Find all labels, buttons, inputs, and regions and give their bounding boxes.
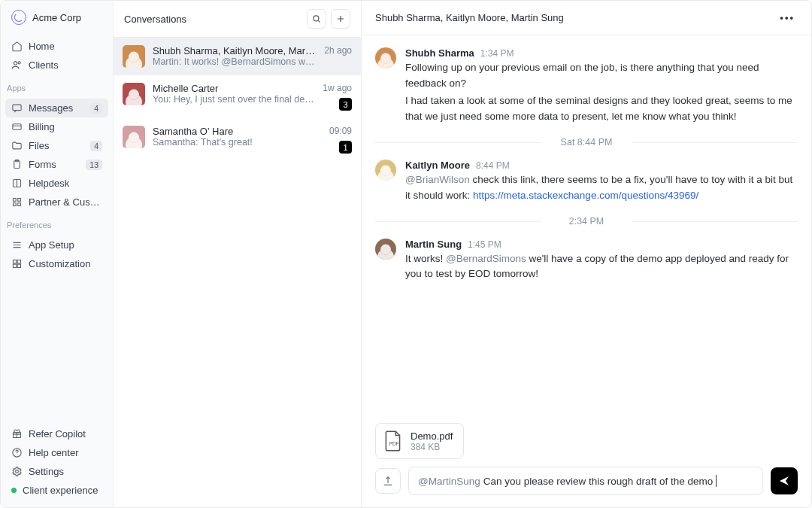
day-divider: Sat 8:44 PM xyxy=(375,137,798,148)
composer-area: PDF Demo.pdf 384 KB @MartinSung Can you … xyxy=(362,420,811,507)
conversation-list-panel: Conversations Shubh Sharma, Kaitlyn Moor… xyxy=(114,1,362,507)
sidebar-item-label: Customization xyxy=(29,258,102,269)
sidebar-item-home[interactable]: Home xyxy=(5,37,108,56)
home-icon xyxy=(11,41,23,52)
svg-rect-14 xyxy=(17,264,20,267)
upload-icon xyxy=(382,475,394,487)
sidebar-item-forms[interactable]: Forms 13 xyxy=(5,155,108,174)
sidebar-item-label: Billing xyxy=(29,121,102,132)
mention: @MartinSung xyxy=(418,476,480,487)
attachment-chip[interactable]: PDF Demo.pdf 384 KB xyxy=(375,423,464,459)
count-badge: 13 xyxy=(86,160,102,170)
conversation-list-title: Conversations xyxy=(124,14,302,25)
sidebar-item-helpdesk[interactable]: Helpdesk xyxy=(5,174,108,193)
sidebar-item-label: Helpdesk xyxy=(29,178,102,189)
avatar xyxy=(123,45,145,68)
folder-icon xyxy=(11,140,23,151)
message-text: @BrianWilson check this link, there seem… xyxy=(405,172,798,204)
unread-badge: 1 xyxy=(339,141,352,154)
mention[interactable]: @BrianWilson xyxy=(405,174,470,185)
brand-logo-icon xyxy=(11,10,26,25)
sidebar-item-messages[interactable]: Messages 4 xyxy=(5,99,108,117)
conversation-list-header: Conversations xyxy=(114,1,361,38)
conversation-preview: Samantha: That's great! xyxy=(153,137,322,148)
upload-button[interactable] xyxy=(375,468,401,494)
sidebar-item-files[interactable]: Files 4 xyxy=(5,136,108,155)
conversation-list: Shubh Sharma, Kaitlyn Moore, Marti… Mart… xyxy=(114,38,361,507)
sidebar-item-help[interactable]: Help center xyxy=(5,443,108,462)
sidebar-item-label: Client experience xyxy=(23,485,102,496)
sidebar-item-settings[interactable]: Settings xyxy=(5,462,108,481)
nav-apps: Messages 4 Billing Files 4 Forms 13 Help… xyxy=(1,96,113,214)
message-input[interactable]: @MartinSung Can you please review this r… xyxy=(408,467,763,495)
thread-more-button[interactable]: ••• xyxy=(777,9,798,26)
sidebar-item-refer[interactable]: Refer Copilot xyxy=(5,424,108,443)
conversation-time: 2h ago xyxy=(324,45,352,56)
svg-point-0 xyxy=(14,62,17,65)
text-cursor xyxy=(716,475,717,487)
conversation-name: Samantha O' Hare xyxy=(153,126,322,137)
sidebar-item-label: Help center xyxy=(29,447,102,458)
sidebar-item-app-setup[interactable]: App Setup xyxy=(5,236,108,254)
pdf-file-icon: PDF xyxy=(383,430,403,452)
message-time: 8:44 PM xyxy=(476,160,510,171)
count-badge: 4 xyxy=(90,103,102,114)
conversation-time: 1w ago xyxy=(323,83,352,93)
conversation-item[interactable]: Michelle Carter You: Hey, I just sent ov… xyxy=(114,75,361,118)
count-badge: 4 xyxy=(90,141,102,151)
sidebar-item-label: Refer Copilot xyxy=(29,428,102,440)
status-dot-icon xyxy=(11,488,17,493)
send-button[interactable] xyxy=(771,467,798,494)
chat-icon xyxy=(11,102,23,114)
message-author: Shubh Sharma xyxy=(405,47,474,59)
link[interactable]: https://meta.stackexchange.com/questions… xyxy=(473,190,698,201)
sidebar-item-billing[interactable]: Billing xyxy=(5,117,108,136)
svg-rect-3 xyxy=(13,124,21,130)
brand[interactable]: Acme Corp xyxy=(1,1,113,34)
conversation-time: 09:09 xyxy=(329,126,352,136)
conversation-preview: Martin: It works! @BernardSimons we… xyxy=(153,56,317,67)
avatar xyxy=(375,160,396,181)
search-icon xyxy=(311,14,322,24)
sidebar-item-partner-apps[interactable]: Partner & Custom Apps xyxy=(5,193,108,211)
plus-icon xyxy=(335,14,346,24)
svg-rect-8 xyxy=(18,199,21,202)
conversation-item[interactable]: Samantha O' Hare Samantha: That's great!… xyxy=(114,118,361,161)
conversation-name: Michelle Carter xyxy=(153,83,315,94)
gift-icon xyxy=(11,428,23,440)
squares-icon xyxy=(11,258,23,269)
brand-name: Acme Corp xyxy=(32,12,81,23)
new-conversation-button[interactable] xyxy=(331,9,350,29)
search-button[interactable] xyxy=(307,9,326,29)
message-text: I had taken a look at some of the semina… xyxy=(405,93,798,125)
thread-title: Shubh Sharma, Kaitlyn Moore, Martin Sung xyxy=(375,12,777,23)
sidebar-item-label: Files xyxy=(29,140,84,151)
grid-icon xyxy=(11,196,23,208)
avatar xyxy=(375,239,396,260)
clipboard-icon xyxy=(11,159,23,170)
message-time: 1:45 PM xyxy=(468,239,501,250)
sidebar: Acme Corp Home Clients Apps Messages 4 B… xyxy=(1,1,114,507)
sidebar-item-client-experience[interactable]: Client experience xyxy=(5,481,108,500)
gear-icon xyxy=(11,466,23,477)
unread-badge: 3 xyxy=(339,98,352,111)
sidebar-item-label: Partner & Custom Apps xyxy=(29,196,102,208)
thread-header: Shubh Sharma, Kaitlyn Moore, Martin Sung… xyxy=(362,1,811,35)
mention[interactable]: @BernardSimons xyxy=(446,253,526,264)
message: Kaitlyn Moore 8:44 PM @BrianWilson check… xyxy=(375,155,798,211)
day-divider: 2:34 PM xyxy=(375,216,798,227)
avatar xyxy=(123,83,145,105)
conversation-item[interactable]: Shubh Sharma, Kaitlyn Moore, Marti… Mart… xyxy=(114,38,361,75)
nav-bottom: Refer Copilot Help center Settings Clien… xyxy=(1,421,113,507)
sidebar-item-clients[interactable]: Clients xyxy=(5,56,108,75)
svg-point-17 xyxy=(16,470,19,473)
avatar xyxy=(123,126,145,148)
conversation-preview: You: Hey, I just sent over the final des… xyxy=(153,94,315,105)
svg-rect-12 xyxy=(17,260,20,263)
svg-rect-9 xyxy=(14,203,17,206)
svg-rect-13 xyxy=(14,264,17,267)
svg-rect-10 xyxy=(18,203,21,206)
ellipsis-icon: ••• xyxy=(780,12,795,23)
book-icon xyxy=(11,178,23,189)
sidebar-item-customization[interactable]: Customization xyxy=(5,254,108,273)
